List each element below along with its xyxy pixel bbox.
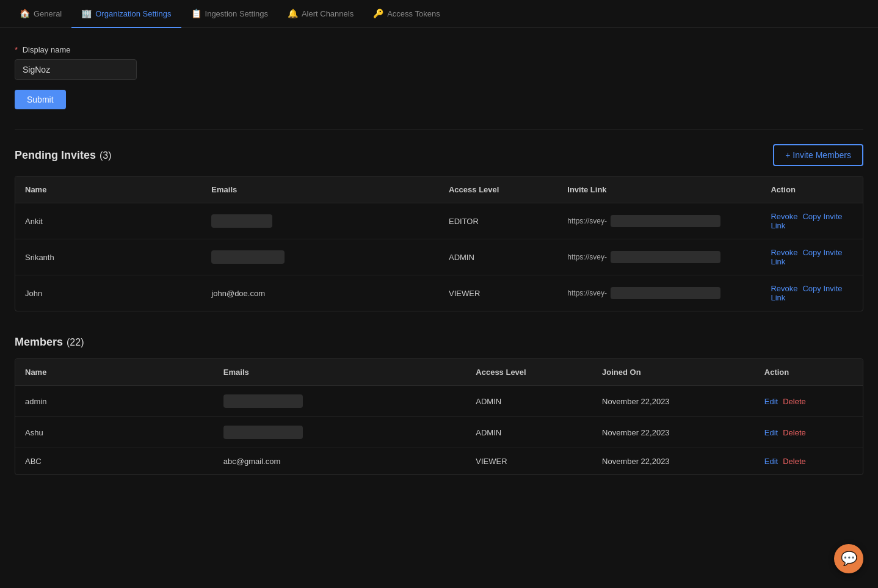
col-header-access-level: Access Level <box>439 176 557 203</box>
email-mask <box>223 426 303 439</box>
pending-invites-section: Pending Invites (3) + Invite Members Nam… <box>15 144 863 311</box>
tab-ingestion-settings[interactable]: 📋 Ingestion Settings <box>181 0 278 28</box>
members-header: Members (22) <box>15 336 863 349</box>
pending-access-level: VIEWER <box>439 275 557 311</box>
invite-link-mask <box>611 215 720 227</box>
delete-member-link[interactable]: Delete <box>783 457 806 466</box>
tab-general[interactable]: 🏠 General <box>10 0 71 28</box>
display-name-section: * Display name Submit <box>15 45 863 109</box>
invite-members-button[interactable]: + Invite Members <box>773 144 863 166</box>
pending-name: Srikanth <box>15 239 201 275</box>
divider-1 <box>15 129 863 129</box>
pending-name: Ankit <box>15 203 201 239</box>
tab-org-settings[interactable]: 🏢 Organization Settings <box>71 0 181 28</box>
mem-col-header-access-level: Access Level <box>466 359 592 386</box>
mem-col-header-action: Action <box>755 359 863 386</box>
invite-link-prefix: https://svey- <box>567 289 607 297</box>
edit-member-link[interactable]: Edit <box>764 397 778 406</box>
pending-actions: RevokeCopy Invite Link <box>761 203 863 239</box>
edit-member-link[interactable]: Edit <box>764 428 778 437</box>
member-name: admin <box>15 386 214 417</box>
members-table: Name Emails Access Level Joined On Actio… <box>15 359 863 474</box>
col-header-emails: Emails <box>201 176 439 203</box>
tab-bar: 🏠 General 🏢 Organization Settings 📋 Inge… <box>0 0 878 28</box>
pending-email <box>201 239 439 275</box>
tab-alert-channels[interactable]: 🔔 Alert Channels <box>278 0 363 28</box>
member-name: ABC <box>15 448 214 475</box>
pending-access-level: ADMIN <box>439 239 557 275</box>
pending-actions: RevokeCopy Invite Link <box>761 239 863 275</box>
invite-link-mask <box>611 251 720 263</box>
invite-link-mask <box>611 287 720 299</box>
member-joined-on: November 22,2023 <box>592 448 755 475</box>
col-header-action: Action <box>761 176 863 203</box>
pending-email <box>201 203 439 239</box>
pending-invites-header: Pending Invites (3) + Invite Members <box>15 144 863 166</box>
invite-link-prefix: https://svey- <box>567 253 607 261</box>
pending-invites-table-container: Name Emails Access Level Invite Link Act… <box>15 176 863 311</box>
revoke-link[interactable]: Revoke <box>771 212 797 221</box>
table-row: Johnjohn@doe.comVIEWERhttps://svey-Revok… <box>15 275 863 311</box>
email-mask <box>223 394 303 408</box>
submit-button[interactable]: Submit <box>15 90 66 109</box>
edit-member-link[interactable]: Edit <box>764 457 778 466</box>
mem-col-header-name: Name <box>15 359 214 386</box>
general-icon: 🏠 <box>20 9 30 18</box>
ingestion-icon: 📋 <box>191 9 201 18</box>
chat-icon: 💬 <box>841 551 857 567</box>
member-actions: EditDelete <box>755 448 863 475</box>
pending-email: john@doe.com <box>201 275 439 311</box>
table-row: AnkitEDITORhttps://svey-RevokeCopy Invit… <box>15 203 863 239</box>
pending-name: John <box>15 275 201 311</box>
pending-invites-table: Name Emails Access Level Invite Link Act… <box>15 176 863 311</box>
delete-member-link[interactable]: Delete <box>783 397 806 406</box>
member-joined-on: November 22,2023 <box>592 417 755 448</box>
members-header-row: Name Emails Access Level Joined On Actio… <box>15 359 863 386</box>
display-name-label: * Display name <box>15 45 863 54</box>
member-access-level: ADMIN <box>466 417 592 448</box>
mem-col-header-emails: Emails <box>214 359 466 386</box>
invite-link-prefix: https://svey- <box>567 217 607 225</box>
email-mask <box>211 214 272 228</box>
member-name: Ashu <box>15 417 214 448</box>
main-content: * Display name Submit Pending Invites (3… <box>0 28 878 517</box>
members-section: Members (22) Name Emails Access Level Jo… <box>15 336 863 475</box>
member-joined-on: November 22,2023 <box>592 386 755 417</box>
pending-invite-link: https://svey- <box>557 275 761 311</box>
table-row: ABCabc@gmail.comVIEWERNovember 22,2023Ed… <box>15 448 863 475</box>
key-icon: 🔑 <box>373 9 383 18</box>
member-email <box>214 386 466 417</box>
member-actions: EditDelete <box>755 417 863 448</box>
pending-actions: RevokeCopy Invite Link <box>761 275 863 311</box>
table-row: SrikanthADMINhttps://svey-RevokeCopy Inv… <box>15 239 863 275</box>
pending-invites-title: Pending Invites (3) <box>15 149 112 162</box>
table-row: adminADMINNovember 22,2023EditDelete <box>15 386 863 417</box>
tab-access-tokens[interactable]: 🔑 Access Tokens <box>363 0 449 28</box>
revoke-link[interactable]: Revoke <box>771 248 797 257</box>
delete-member-link[interactable]: Delete <box>783 428 806 437</box>
col-header-invite-link: Invite Link <box>557 176 761 203</box>
table-row: AshuADMINNovember 22,2023EditDelete <box>15 417 863 448</box>
member-access-level: ADMIN <box>466 386 592 417</box>
alert-icon: 🔔 <box>288 9 298 18</box>
email-mask <box>211 250 285 264</box>
revoke-link[interactable]: Revoke <box>771 284 797 293</box>
col-header-name: Name <box>15 176 201 203</box>
chat-fab-button[interactable]: 💬 <box>834 544 863 573</box>
member-email: abc@gmail.com <box>214 448 466 475</box>
member-email <box>214 417 466 448</box>
display-name-input[interactable] <box>15 59 137 80</box>
member-access-level: VIEWER <box>466 448 592 475</box>
pending-access-level: EDITOR <box>439 203 557 239</box>
org-settings-icon: 🏢 <box>81 9 92 18</box>
pending-invite-link: https://svey- <box>557 239 761 275</box>
members-title: Members (22) <box>15 336 84 349</box>
pending-invite-link: https://svey- <box>557 203 761 239</box>
members-table-container: Name Emails Access Level Joined On Actio… <box>15 358 863 475</box>
mem-col-header-joined-on: Joined On <box>592 359 755 386</box>
pending-invites-header-row: Name Emails Access Level Invite Link Act… <box>15 176 863 203</box>
member-actions: EditDelete <box>755 386 863 417</box>
